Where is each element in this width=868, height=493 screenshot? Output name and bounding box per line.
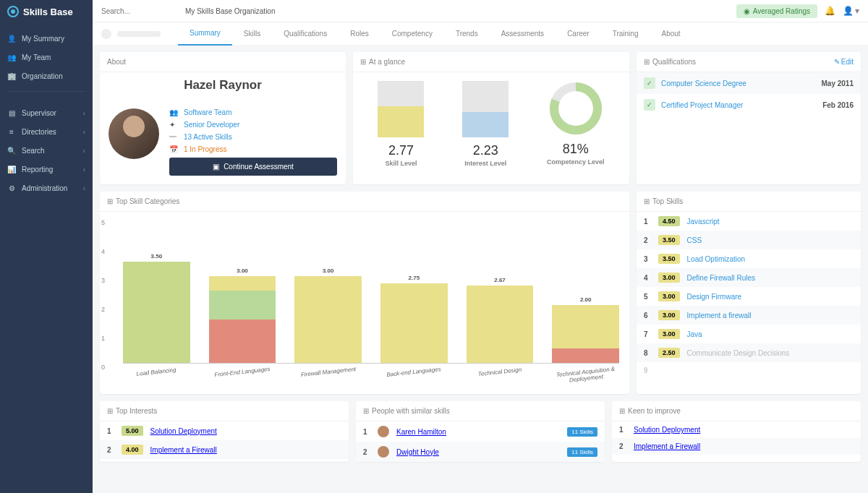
- team-icon: 👥: [169, 108, 178, 116]
- admin-icon: ⚙: [7, 184, 16, 192]
- glance-header: ⊞ At a glance: [353, 52, 629, 72]
- averaged-ratings-button[interactable]: ◉ Averaged Ratings: [736, 4, 817, 18]
- rank: 8: [644, 349, 651, 357]
- tab-trends[interactable]: Trends: [444, 22, 490, 46]
- rank: 4: [644, 274, 651, 282]
- skill-link[interactable]: Javascript: [687, 218, 720, 226]
- rank: 1: [619, 426, 626, 434]
- topbar: My Skills Base Organization ◉ Averaged R…: [93, 0, 868, 22]
- mini-bar: [462, 81, 509, 137]
- logo-icon: [7, 6, 19, 17]
- active-skills-link[interactable]: 13 Active Skills: [184, 133, 232, 141]
- in-progress-text: 1 In Progress: [184, 145, 226, 153]
- sidebar-item-directories[interactable]: ≡Directories‹: [0, 122, 93, 141]
- keen-link[interactable]: Implement a Firewall: [634, 442, 700, 450]
- sidebar-item-organization[interactable]: 🏢Organization: [0, 67, 93, 85]
- person-avatar-small: [378, 446, 389, 458]
- qualification-item: ✓Certified Project ManagerFeb 2016: [637, 94, 861, 116]
- tab-summary[interactable]: Summary: [178, 22, 232, 46]
- sidebar: Skills Base 👤My Summary👥My Team🏢Organiza…: [0, 0, 93, 493]
- skill-row: 14.50Javascript: [637, 212, 861, 231]
- tab-avatar-placeholder: [101, 29, 111, 39]
- tab-name-placeholder: [117, 31, 161, 37]
- score-badge: 4.00: [122, 445, 143, 455]
- continue-label: Continue Assessment: [224, 163, 294, 171]
- interest-row: 15.00Solution Deployment: [100, 421, 349, 440]
- people-card: ⊞ People with similar skills 1Karen Hami…: [356, 401, 605, 462]
- keen-header: ⊞ Keen to improve: [612, 401, 861, 421]
- continue-assessment-button[interactable]: ▣ Continue Assessment: [169, 158, 337, 176]
- skill-count-badge: 11 Skills: [567, 447, 597, 457]
- expand-icon: ⊞: [107, 407, 113, 415]
- qualification-link[interactable]: Computer Science Degree: [661, 80, 746, 87]
- skill-link[interactable]: Java: [687, 330, 702, 338]
- tab-skills[interactable]: Skills: [232, 22, 272, 46]
- bar-segment: [209, 276, 276, 291]
- bar-column: 2.00Technical Acquisition & Deployement: [552, 296, 619, 363]
- person-link[interactable]: Karen Hamilton: [396, 428, 446, 436]
- pencil-icon: ✎: [834, 58, 840, 66]
- topskills-card: ⊞ Top Skills 14.50Javascript23.50CSS33.5…: [637, 192, 861, 394]
- rank: 3: [644, 255, 651, 263]
- eye-icon: ◉: [744, 7, 750, 15]
- bar-column: 2.67Technical Design: [467, 277, 534, 363]
- skill-link[interactable]: Define Firewall Rules: [687, 274, 755, 282]
- qual-header: ⊞ Qualifications ✎ Edit: [637, 52, 861, 72]
- about-title: About: [107, 58, 126, 66]
- skill-link[interactable]: Design Firmware: [687, 293, 742, 301]
- tab-roles[interactable]: Roles: [339, 22, 380, 46]
- sidebar-item-my-summary[interactable]: 👤My Summary: [0, 29, 93, 48]
- bar-column: 3.00Firewall Management: [294, 267, 362, 363]
- skill-row-empty: 9: [637, 362, 861, 379]
- skill-row: 63.00Implement a firewall: [637, 306, 861, 325]
- tab-about[interactable]: About: [650, 22, 692, 46]
- expand-icon: ⊞: [107, 197, 113, 205]
- topskills-header: ⊞ Top Skills: [637, 192, 861, 212]
- team-link[interactable]: Software Team: [184, 108, 232, 116]
- skill-link[interactable]: Load Optimization: [687, 255, 746, 263]
- tab-career[interactable]: Career: [556, 22, 601, 46]
- sidebar-item-search[interactable]: 🔍Search‹: [0, 141, 93, 160]
- tab-training[interactable]: Training: [601, 22, 650, 46]
- qual-title: Qualifications: [652, 58, 696, 66]
- rank: 9: [644, 366, 651, 374]
- sidebar-item-my-team[interactable]: 👥My Team: [0, 48, 93, 67]
- user-icon: 👤: [843, 6, 854, 16]
- bell-icon[interactable]: 🔔: [825, 6, 835, 16]
- skill-link[interactable]: CSS: [687, 236, 702, 244]
- skills-line: 〰 13 Active Skills: [169, 133, 337, 141]
- interest-link[interactable]: Solution Deployment: [150, 427, 217, 435]
- score-badge: 3.50: [658, 254, 680, 264]
- org-title: My Skills Base Organization: [185, 7, 276, 15]
- person-link[interactable]: Dwight Hoyle: [396, 448, 439, 456]
- y-tick: 3: [101, 277, 105, 284]
- interest-link[interactable]: Implement a Firewall: [150, 446, 217, 454]
- sidebar-item-label: My Summary: [22, 35, 64, 43]
- keen-row: 1Solution Deployment: [612, 421, 861, 438]
- skill-link[interactable]: Communicate Design Decisions: [687, 349, 790, 357]
- tab-assessments[interactable]: Assessments: [490, 22, 556, 46]
- mini-bar: [378, 81, 424, 137]
- app-logo[interactable]: Skills Base: [0, 0, 93, 23]
- sidebar-item-administration[interactable]: ⚙Administration‹: [0, 179, 93, 197]
- qualification-link[interactable]: Certified Project Manager: [661, 101, 743, 109]
- tab-qualifications[interactable]: Qualifications: [272, 22, 339, 46]
- metric-interest-level: 2.23Interest Level: [462, 81, 509, 167]
- role-link[interactable]: Senior Developer: [184, 121, 239, 129]
- skill-link[interactable]: Implement a firewall: [687, 312, 752, 320]
- edit-link[interactable]: ✎ Edit: [834, 58, 854, 66]
- metric-value: 2.23: [462, 143, 509, 158]
- glance-card: ⊞ At a glance 2.77Skill Level2.23Interes…: [353, 52, 629, 184]
- search-input[interactable]: [101, 7, 174, 15]
- tab-competency[interactable]: Competency: [380, 22, 444, 46]
- sidebar-item-reporting[interactable]: 📊Reporting‹: [0, 160, 93, 179]
- sidebar-item-label: Supervisor: [22, 109, 56, 117]
- content: About Hazel Raynor 👥 Software Team ✦ Sen…: [93, 45, 868, 493]
- interests-header: ⊞ Top Interests: [100, 401, 349, 421]
- score-badge: 3.50: [658, 235, 680, 245]
- keen-link[interactable]: Solution Deployment: [634, 426, 700, 434]
- user-menu[interactable]: 👤 ▾: [843, 6, 859, 16]
- people-row: 2Dwight Hoyle11 Skills: [356, 442, 605, 462]
- chevron-left-icon: ‹: [83, 166, 85, 173]
- sidebar-item-supervisor[interactable]: ▤Supervisor‹: [0, 103, 93, 122]
